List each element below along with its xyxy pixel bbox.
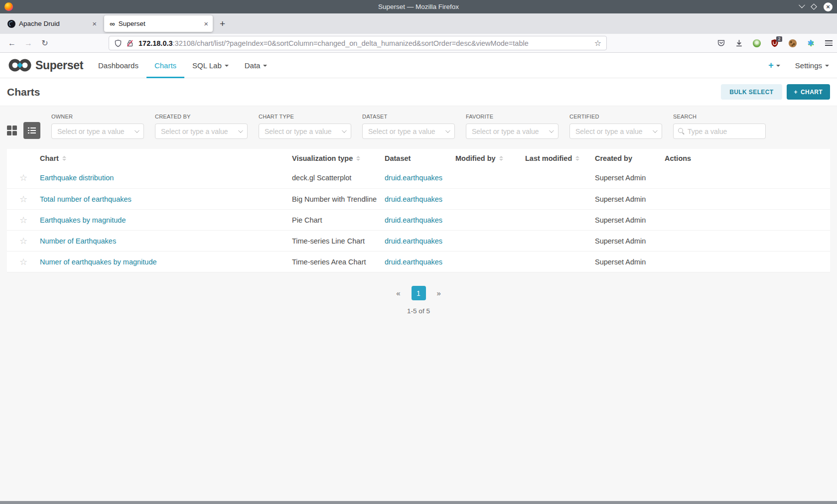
window-maximize-icon[interactable]	[811, 3, 817, 10]
ublock-badge: 2	[776, 36, 782, 42]
caret-down-icon	[263, 65, 267, 67]
filter-bar: OWNER Select or type a value CREATED BY …	[0, 106, 837, 147]
prev-page-button[interactable]: «	[392, 289, 404, 297]
dataset-link[interactable]: druid.earthquakes	[385, 258, 442, 266]
favorite-select[interactable]: Select or type a value	[466, 124, 558, 139]
created-by-cell: Superset Admin	[595, 258, 665, 266]
column-header-chart[interactable]: Chart	[40, 154, 292, 162]
dataset-link[interactable]: druid.earthquakes	[385, 195, 442, 203]
favorite-star-icon[interactable]: ☆	[7, 236, 40, 247]
reload-icon[interactable]: ↻	[38, 38, 52, 48]
created-by-cell: Superset Admin	[595, 237, 665, 245]
cookie-icon[interactable]	[788, 39, 797, 48]
page-1-button[interactable]: 1	[412, 286, 426, 300]
caret-down-icon	[225, 65, 229, 67]
chart-link[interactable]: Earthquakes by magnitude	[40, 216, 126, 224]
next-page-button[interactable]: »	[433, 289, 445, 297]
column-header-dataset: Dataset	[385, 154, 455, 162]
window-minimize-icon[interactable]	[799, 2, 805, 8]
column-header-modified-by[interactable]: Modified by	[455, 154, 525, 162]
column-header-visualization-type[interactable]: Visualization type	[292, 154, 385, 162]
pagination: « 1 »	[0, 286, 837, 300]
favorite-star-icon[interactable]: ☆	[7, 215, 40, 226]
created-by-cell: Superset Admin	[595, 216, 665, 224]
created-by-cell: Superset Admin	[595, 174, 665, 182]
column-header-last-modified[interactable]: Last modified	[525, 154, 595, 162]
charts-table: Chart Visualization type Dataset Modifie…	[7, 149, 830, 272]
window-close-icon[interactable]: ×	[824, 2, 833, 11]
sort-icon[interactable]	[575, 156, 579, 161]
chart-link[interactable]: Numer of earthquakes by magnitude	[40, 258, 157, 266]
created-by-cell: Superset Admin	[595, 195, 665, 203]
chart-type-select[interactable]: Select or type a value	[259, 124, 351, 139]
card-view-icon[interactable]	[7, 126, 17, 135]
chart-link[interactable]: Earthquake distribution	[40, 174, 114, 182]
window-bottom-edge	[0, 501, 837, 504]
created-by-select[interactable]: Select or type a value	[155, 124, 248, 139]
new-tab-button[interactable]: +	[220, 19, 225, 28]
column-header-created-by: Created by	[595, 154, 665, 162]
chevron-down-icon	[653, 128, 658, 133]
window-title: Superset — Mozilla Firefox	[0, 3, 837, 10]
nav-item-data[interactable]: Data	[237, 53, 276, 78]
back-icon[interactable]: ←	[5, 39, 19, 48]
menu-icon[interactable]	[824, 39, 833, 48]
chevron-down-icon	[135, 128, 140, 133]
nav-item-sql-lab[interactable]: SQL Lab	[184, 53, 237, 78]
nav-item-charts[interactable]: Charts	[146, 53, 184, 78]
filter-chart-type: CHART TYPE Select or type a value	[259, 114, 351, 139]
sort-icon[interactable]	[62, 156, 66, 161]
tab-apache-druid[interactable]: Apache Druid ×	[2, 15, 101, 32]
forward-icon: →	[21, 39, 35, 48]
list-view-icon[interactable]	[23, 122, 40, 139]
insecure-lock-icon[interactable]	[126, 39, 134, 47]
chart-link[interactable]: Number of Earthquakes	[40, 237, 116, 245]
chevron-down-icon	[238, 128, 243, 133]
bookmark-star-icon[interactable]: ☆	[594, 38, 601, 48]
favorite-star-icon[interactable]: ☆	[7, 172, 40, 183]
druid-favicon	[7, 20, 15, 28]
browser-toolbar: ← → ↻ 172.18.0.3:32108/chart/list/?pageI…	[0, 34, 837, 53]
tab-superset[interactable]: ∞ Superset ×	[104, 15, 213, 32]
certified-select[interactable]: Select or type a value	[569, 124, 662, 139]
chevron-down-icon	[342, 128, 347, 133]
bulk-select-button[interactable]: BULK SELECT	[721, 84, 782, 100]
nav-item-dashboards[interactable]: Dashboards	[90, 53, 146, 78]
favorite-star-icon[interactable]: ☆	[7, 194, 40, 205]
browser-tab-bar: Apache Druid × ∞ Superset × +	[0, 13, 837, 34]
favorite-star-icon[interactable]: ☆	[7, 256, 40, 267]
owner-select[interactable]: Select or type a value	[51, 124, 144, 139]
sort-icon[interactable]	[356, 156, 360, 161]
extension-asterisk-icon[interactable]: ✱	[806, 39, 815, 48]
table-row: ☆ Earthquakes by magnitude Pie Chart dru…	[7, 209, 830, 230]
search-input[interactable]	[688, 127, 752, 135]
settings-menu[interactable]: Settings	[795, 61, 829, 70]
viz-type-cell: Time-series Line Chart	[292, 237, 385, 245]
add-chart-button[interactable]: + CHART	[787, 84, 830, 100]
tracking-shield-icon[interactable]	[114, 39, 122, 47]
chart-link[interactable]: Total number of earthquakes	[40, 195, 132, 203]
tab-close-icon[interactable]: ×	[92, 20, 97, 27]
sort-icon[interactable]	[499, 156, 503, 161]
filter-certified: CERTIFIED Select or type a value	[569, 114, 662, 139]
tab-title: Superset	[119, 20, 201, 27]
superset-logo[interactable]: Superset	[8, 58, 83, 73]
dataset-link[interactable]: druid.earthquakes	[385, 237, 442, 245]
caret-down-icon	[776, 65, 780, 67]
filter-search: SEARCH	[673, 114, 766, 139]
table-row: ☆ Total number of earthquakes Big Number…	[7, 188, 830, 209]
dataset-select[interactable]: Select or type a value	[362, 124, 455, 139]
dataset-link[interactable]: druid.earthquakes	[385, 216, 442, 224]
pocket-icon[interactable]	[716, 39, 725, 48]
extension-privacy-icon[interactable]	[752, 39, 761, 48]
download-icon[interactable]	[734, 39, 743, 48]
url-bar[interactable]: 172.18.0.3:32108/chart/list/?pageIndex=0…	[109, 36, 607, 50]
tab-close-icon[interactable]: ×	[204, 20, 208, 27]
dataset-link[interactable]: druid.earthquakes	[385, 174, 442, 182]
new-item-button[interactable]: +	[768, 61, 780, 70]
firefox-logo	[4, 2, 13, 11]
chevron-down-icon	[549, 128, 554, 133]
ublock-shield-icon[interactable]: 2	[770, 39, 779, 48]
chevron-down-icon	[445, 128, 450, 133]
tab-title: Apache Druid	[19, 20, 89, 27]
